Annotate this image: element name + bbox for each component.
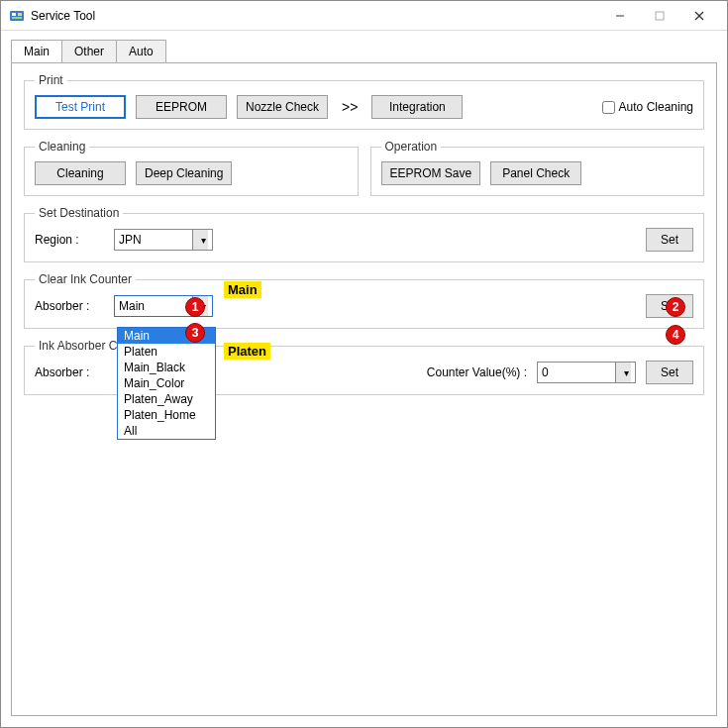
group-cleaning-legend: Cleaning — [35, 140, 89, 154]
group-operation-legend: Operation — [381, 140, 442, 154]
group-clear-ink-counter: Clear Ink Counter Absorber : Main ▾ Set — [24, 272, 704, 329]
region-value: JPN — [119, 233, 142, 247]
group-set-destination: Set Destination Region : JPN ▾ Set — [24, 206, 704, 262]
app-icon — [9, 8, 25, 24]
counter-value-select[interactable]: 0 ▾ — [537, 362, 636, 383]
counter-value-label: Counter Value(%) : — [427, 365, 527, 379]
group-operation: Operation EEPROM Save Panel Check — [370, 140, 705, 196]
maximize-button[interactable] — [640, 2, 679, 30]
group-print: Print Test Print EEPROM Nozzle Check >> … — [24, 73, 704, 130]
absorber-dropdown-list[interactable]: Main Platen Main_Black Main_Color Platen… — [117, 327, 216, 440]
dropdown-option-platen-home[interactable]: Platen_Home — [118, 407, 215, 423]
test-print-button[interactable]: Test Print — [35, 95, 126, 119]
group-set-destination-legend: Set Destination — [35, 206, 123, 220]
tab-other[interactable]: Other — [61, 40, 117, 62]
dropdown-option-all[interactable]: All — [118, 423, 215, 439]
window-title: Service Tool — [31, 9, 600, 23]
chevron-down-icon: ▾ — [615, 363, 631, 382]
annotation-main-text: Main — [224, 281, 261, 298]
titlebar: Service Tool — [1, 1, 727, 31]
counter-set-button[interactable]: Set — [646, 361, 693, 384]
eeprom-save-button[interactable]: EEPROM Save — [381, 161, 481, 185]
eeprom-button[interactable]: EEPROM — [136, 95, 227, 119]
tabpage-main: Print Test Print EEPROM Nozzle Check >> … — [11, 62, 717, 716]
annotation-badge-4: 4 — [666, 325, 685, 345]
dropdown-option-platen[interactable]: Platen — [118, 344, 215, 360]
absorber-value: Main — [119, 299, 145, 313]
absorber-label: Absorber : — [35, 299, 104, 313]
nozzle-check-button[interactable]: Nozzle Check — [237, 95, 328, 119]
integration-button[interactable]: Integration — [371, 95, 463, 119]
region-select[interactable]: JPN ▾ — [114, 229, 213, 251]
close-button[interactable] — [679, 2, 719, 30]
dropdown-option-main-black[interactable]: Main_Black — [118, 360, 215, 375]
minimize-button[interactable] — [600, 2, 640, 30]
auto-cleaning-checkbox[interactable]: Auto Cleaning — [602, 100, 693, 114]
region-set-button[interactable]: Set — [646, 228, 693, 252]
group-cleaning: Cleaning Cleaning Deep Cleaning — [24, 140, 359, 196]
group-print-legend: Print — [35, 73, 67, 87]
annotation-platen-text: Platen — [224, 343, 270, 360]
svg-rect-5 — [656, 12, 664, 20]
chevron-down-icon: ▾ — [192, 230, 208, 250]
tab-auto[interactable]: Auto — [116, 40, 166, 62]
window: Service Tool Main Other Auto Print Test … — [0, 0, 728, 728]
svg-rect-1 — [12, 13, 16, 16]
expand-icon: >> — [338, 99, 362, 115]
annotation-badge-1: 1 — [185, 297, 205, 317]
group-clear-ink-legend: Clear Ink Counter — [35, 272, 136, 286]
group-ink-absorber-legend: Ink Absorber C — [35, 339, 121, 353]
inkabs-absorber-label: Absorber : — [35, 365, 104, 379]
client-area: Main Other Auto Print Test Print EEPROM … — [1, 31, 727, 727]
counter-value: 0 — [542, 365, 549, 379]
panel-check-button[interactable]: Panel Check — [490, 161, 581, 185]
auto-cleaning-label: Auto Cleaning — [619, 100, 693, 114]
tab-main[interactable]: Main — [11, 40, 62, 62]
dropdown-option-main-color[interactable]: Main_Color — [118, 375, 215, 391]
annotation-badge-3: 3 — [185, 323, 205, 343]
region-label: Region : — [35, 233, 104, 247]
annotation-badge-2: 2 — [666, 297, 685, 317]
auto-cleaning-check-input[interactable] — [602, 101, 615, 114]
svg-rect-3 — [12, 17, 22, 19]
dropdown-option-platen-away[interactable]: Platen_Away — [118, 391, 215, 407]
svg-rect-2 — [18, 13, 22, 16]
cleaning-button[interactable]: Cleaning — [35, 161, 126, 185]
tabs: Main Other Auto — [11, 39, 717, 62]
deep-cleaning-button[interactable]: Deep Cleaning — [136, 161, 232, 185]
